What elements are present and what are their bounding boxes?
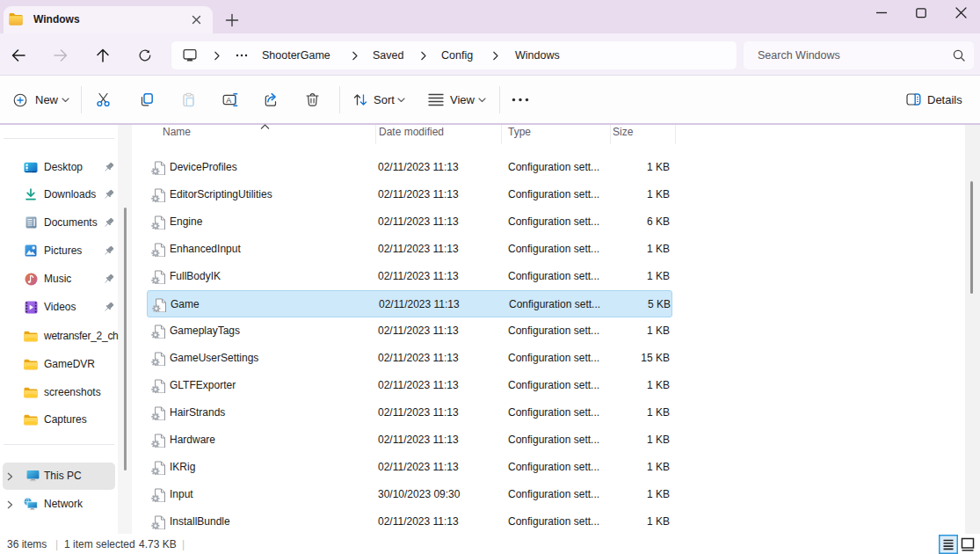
svg-text:A: A [226, 96, 231, 105]
